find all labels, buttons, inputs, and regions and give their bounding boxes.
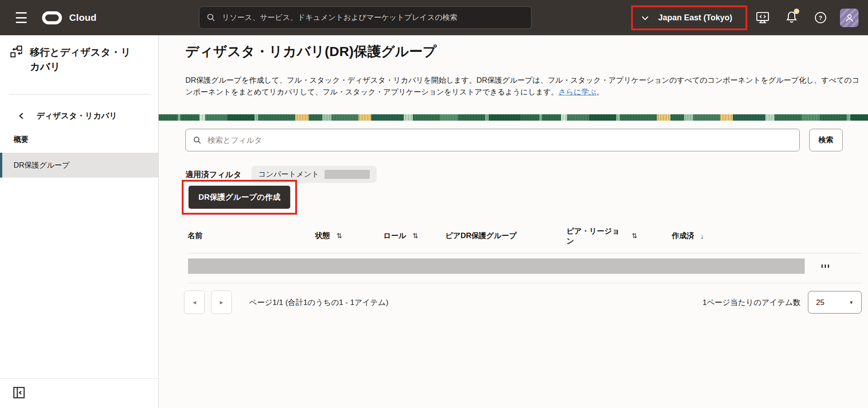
sort-icon[interactable]: ⇅ <box>632 232 637 240</box>
person-icon <box>844 12 855 24</box>
sidebar-header: 移行とディザスタ・リカバリ <box>10 45 146 74</box>
items-per-page-value: 25 <box>816 298 824 307</box>
chevron-left-icon <box>18 112 25 120</box>
sidebar-footer-divider <box>0 378 158 379</box>
page-info-text: ページ1/1 (合計1のうちの1 - 1アイテム) <box>249 297 388 308</box>
hamburger-bar <box>16 12 27 14</box>
main-content: ディザスタ・リカバリ(DR)保護グループ DR保護グループを作成して、フル・スタ… <box>159 35 868 408</box>
overflow-menu-icon <box>828 264 829 268</box>
table-row-redacted[interactable] <box>188 258 805 274</box>
column-header-created[interactable]: 作成済 ↓ <box>672 231 862 241</box>
next-page-button[interactable]: ▸ <box>211 291 232 314</box>
oracle-o-icon <box>42 11 62 24</box>
applied-filters-label: 適用済フィルタ <box>185 169 241 180</box>
annotation-box-create-button: DR保護グループの作成 <box>182 180 297 215</box>
sidebar-back-label: ディザスタ・リカバリ <box>37 110 118 121</box>
search-icon <box>193 136 202 145</box>
sidebar-item-overview[interactable]: 概要 <box>0 130 158 149</box>
sidebar: 移行とディザスタ・リカバリ ディザスタ・リカバリ 概要 DR保護グループ <box>0 35 159 408</box>
pagination-bar: ◂ ▸ ページ1/1 (合計1のうちの1 - 1アイテム) 1ページ当たりのアイ… <box>184 290 862 315</box>
user-avatar-button[interactable] <box>840 9 859 27</box>
decorative-banner <box>159 114 868 121</box>
page-title: ディザスタ・リカバリ(DR)保護グループ <box>185 42 437 61</box>
region-label: Japan East (Tokyo) <box>658 13 732 23</box>
topbar: Cloud リソース、サービス、ドキュメントおよびマーケットプレイスの検索 Ja… <box>0 0 868 35</box>
notification-badge <box>794 9 799 14</box>
sidebar-item-dr-protection-groups[interactable]: DR保護グループ <box>0 153 158 178</box>
items-per-page-label: 1ページ当たりのアイテム数 <box>703 297 801 308</box>
caret-down-icon: ▼ <box>849 300 854 305</box>
sort-desc-icon[interactable]: ↓ <box>701 232 704 240</box>
redacted-compartment-value <box>325 170 370 179</box>
overflow-menu-icon <box>825 264 826 268</box>
developer-console-icon <box>756 11 769 24</box>
annotation-box-region-selector: Japan East (Tokyo) <box>631 5 747 30</box>
global-search-placeholder: リソース、サービス、ドキュメントおよびマーケットプレイスの検索 <box>222 13 458 23</box>
cloud-shell-button[interactable] <box>753 0 773 35</box>
help-button[interactable]: ? <box>811 0 830 35</box>
table-header-row: 名前 状態 ⇅ ロール ⇅ ピアDR保護グループ ピア・リージョン ⇅ 作成済 … <box>188 221 862 250</box>
table-divider <box>188 253 862 253</box>
region-selector[interactable]: Japan East (Tokyo) <box>633 7 745 28</box>
filter-input-placeholder: 検索とフィルタ <box>208 135 262 145</box>
sidebar-title: 移行とディザスタ・リカバリ <box>30 45 135 74</box>
hamburger-bar <box>16 22 27 23</box>
search-button[interactable]: 検索 <box>809 129 843 151</box>
overflow-menu-icon <box>821 264 823 268</box>
help-icon: ? <box>814 11 827 24</box>
learn-more-link[interactable]: さらに学ぶ <box>558 88 596 96</box>
hamburger-menu-button[interactable] <box>16 12 28 23</box>
table-divider <box>188 283 862 283</box>
oracle-cloud-logo[interactable]: Cloud <box>42 0 96 35</box>
sort-icon[interactable]: ⇅ <box>336 232 342 240</box>
items-per-page-select[interactable]: 25 ▼ <box>808 291 862 314</box>
migration-icon <box>10 45 23 58</box>
description-text: DR保護グループを作成して、フル・スタック・ディザスタ・リカバリを開始します。D… <box>185 76 859 96</box>
collapse-sidebar-icon <box>13 387 25 399</box>
page-description: DR保護グループを作成して、フル・スタック・ディザスタ・リカバリを開始します。D… <box>185 74 862 98</box>
row-overflow-menu-button[interactable] <box>815 261 835 271</box>
chevron-down-icon <box>640 13 650 23</box>
filter-chip-label: コンパートメント <box>258 169 319 179</box>
notifications-button[interactable] <box>782 0 802 35</box>
search-icon <box>207 13 216 22</box>
oci-console-page: Cloud リソース、サービス、ドキュメントおよびマーケットプレイスの検索 Ja… <box>0 0 868 408</box>
collapse-sidebar-button[interactable] <box>12 386 26 400</box>
column-header-role[interactable]: ロール ⇅ <box>383 231 445 241</box>
column-header-peer-group: ピアDR保護グループ <box>445 231 566 241</box>
brand-label: Cloud <box>69 12 96 23</box>
sidebar-back-link[interactable]: ディザスタ・リカバリ <box>18 110 118 121</box>
previous-page-button[interactable]: ◂ <box>184 291 205 314</box>
table-filter-input[interactable]: 検索とフィルタ <box>185 129 800 151</box>
column-header-state[interactable]: 状態 ⇅ <box>315 231 383 241</box>
bell-icon <box>785 10 798 25</box>
sidebar-divider <box>9 94 150 94</box>
hamburger-bar <box>16 17 27 19</box>
sort-icon[interactable]: ⇅ <box>412 232 418 240</box>
global-search-input[interactable]: リソース、サービス、ドキュメントおよびマーケットプレイスの検索 <box>199 6 532 29</box>
create-dr-protection-group-button[interactable]: DR保護グループの作成 <box>189 186 290 209</box>
description-period: 。 <box>596 88 604 96</box>
column-header-peer-region[interactable]: ピア・リージョン ⇅ <box>566 226 672 246</box>
svg-text:?: ? <box>819 14 822 21</box>
column-header-name: 名前 <box>188 231 315 241</box>
